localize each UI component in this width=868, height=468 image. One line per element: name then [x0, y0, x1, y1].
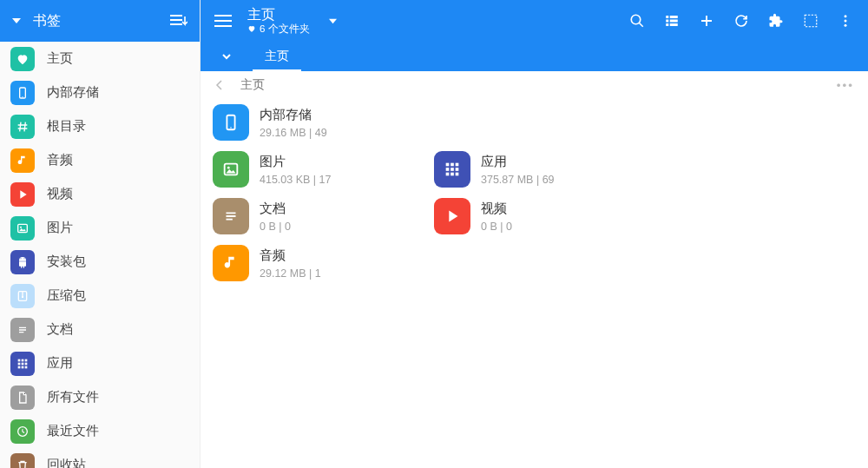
tile-name: 视频 [481, 200, 512, 217]
refresh-icon[interactable] [724, 3, 759, 38]
play-icon [434, 198, 470, 234]
svg-rect-21 [670, 20, 678, 23]
select-icon[interactable] [793, 3, 828, 38]
svg-rect-34 [446, 168, 450, 171]
sidebar-item-label: 根目录 [47, 118, 86, 135]
sidebar-item-2[interactable]: 根目录 [0, 109, 200, 143]
sidebar: 书签 主页内部存储根目录音频视频图片安装包压缩包文档应用所有文件最近文件回收站 [0, 0, 201, 468]
sidebar-item-label: 最近文件 [47, 423, 99, 439]
sidebar-item-5[interactable]: 图片 [0, 211, 200, 245]
hash-icon [10, 115, 35, 139]
tile-meta: 29.16 MB | 49 [260, 127, 327, 139]
sidebar-item-8[interactable]: 文档 [0, 313, 200, 346]
svg-rect-6 [18, 359, 21, 361]
sidebar-item-11[interactable]: 最近文件 [0, 414, 200, 448]
tile-name: 图片 [260, 153, 331, 170]
tile-3[interactable]: 视频 0 B | 0 [429, 193, 650, 240]
svg-rect-17 [666, 16, 668, 18]
sidebar-item-1[interactable]: 内部存储 [0, 76, 200, 109]
sidebar-item-label: 主页 [47, 50, 73, 67]
tile-meta: 0 B | 0 [260, 221, 291, 233]
svg-rect-32 [450, 163, 454, 167]
svg-rect-5 [22, 296, 23, 298]
tile-primary[interactable]: 内部存储 29.16 MB | 49 [207, 99, 429, 146]
tile-name: 应用 [481, 153, 555, 170]
svg-rect-1 [22, 96, 23, 97]
appbar-title-text: 主页 [247, 7, 310, 23]
svg-point-30 [227, 167, 230, 169]
sort-icon[interactable] [170, 15, 187, 27]
sidebar-item-9[interactable]: 应用 [0, 346, 200, 380]
android-icon [10, 250, 35, 274]
caret-down-icon [329, 17, 337, 25]
sidebar-item-6[interactable]: 安装包 [0, 245, 200, 279]
sidebar-item-12[interactable]: 回收站 [0, 448, 200, 468]
music-icon [213, 245, 249, 281]
sidebar-item-4[interactable]: 视频 [0, 177, 200, 211]
play-icon [10, 182, 35, 207]
svg-rect-39 [456, 173, 459, 176]
sidebar-item-10[interactable]: 所有文件 [0, 380, 200, 414]
tile-name: 文档 [260, 200, 291, 217]
view-list-icon[interactable] [654, 3, 689, 38]
svg-rect-14 [25, 366, 28, 368]
svg-rect-11 [25, 362, 28, 365]
svg-rect-31 [446, 163, 450, 167]
svg-rect-23 [805, 15, 817, 27]
hamburger-icon[interactable] [211, 15, 235, 27]
sidebar-item-label: 视频 [47, 186, 73, 202]
content: 内部存储 29.16 MB | 49 图片 415.03 KB | 17 应用 … [201, 99, 868, 468]
svg-rect-13 [22, 366, 24, 368]
sidebar-item-label: 应用 [47, 355, 73, 372]
file-icon [10, 386, 35, 410]
sidebar-item-0[interactable]: 主页 [0, 42, 200, 76]
appbar-subtitle: 6 个文件夹 [247, 23, 310, 35]
tile-2[interactable]: 文档 0 B | 0 [207, 193, 429, 240]
svg-point-3 [20, 226, 22, 227]
tile-meta: 29.12 MB | 1 [260, 267, 321, 280]
appbar: 主页 6 个文件夹 [201, 0, 868, 42]
sidebar-item-label: 音频 [47, 152, 73, 168]
content-grid: 图片 415.03 KB | 17 应用 375.87 MB | 69 文档 0… [207, 146, 861, 287]
main: 主页 6 个文件夹 主页 [201, 0, 868, 468]
tab-home[interactable]: 主页 [244, 42, 310, 71]
breadcrumb-path[interactable]: 主页 [240, 77, 265, 93]
sidebar-title: 书签 [33, 12, 170, 30]
breadcrumb-back-icon[interactable] [214, 80, 225, 90]
sidebar-header[interactable]: 书签 [0, 0, 200, 42]
apps-icon [434, 151, 470, 188]
add-icon[interactable] [689, 3, 724, 38]
svg-rect-22 [670, 23, 678, 26]
doc-icon [213, 198, 249, 234]
tile-meta: 415.03 KB | 17 [260, 174, 331, 186]
svg-point-25 [845, 20, 847, 23]
svg-rect-10 [22, 362, 24, 365]
overflow-menu-icon[interactable] [828, 3, 863, 38]
extension-icon[interactable] [759, 3, 793, 38]
caret-down-icon [12, 16, 21, 25]
phone-icon [213, 104, 249, 141]
svg-point-16 [631, 15, 641, 24]
svg-rect-12 [18, 366, 21, 368]
appbar-title[interactable]: 主页 6 个文件夹 [247, 7, 620, 35]
trash-icon [10, 453, 35, 469]
svg-rect-20 [670, 16, 678, 18]
tile-0[interactable]: 图片 415.03 KB | 17 [207, 146, 429, 193]
sidebar-item-label: 所有文件 [47, 389, 99, 405]
sidebar-item-label: 回收站 [47, 457, 86, 468]
sidebar-item-label: 内部存储 [47, 84, 99, 101]
breadcrumb-menu-icon[interactable]: ••• [837, 79, 854, 92]
search-icon[interactable] [620, 3, 654, 38]
tile-1[interactable]: 应用 375.87 MB | 69 [429, 146, 650, 193]
svg-rect-37 [446, 173, 450, 176]
tile-meta: 0 B | 0 [481, 221, 512, 233]
sidebar-item-7[interactable]: 压缩包 [0, 279, 200, 313]
svg-rect-28 [230, 128, 232, 129]
breadcrumb: 主页 ••• [201, 71, 868, 99]
tab-collapse-icon[interactable] [209, 42, 244, 71]
phone-icon [10, 81, 35, 105]
music-icon [10, 148, 35, 173]
svg-rect-36 [456, 168, 459, 171]
sidebar-item-3[interactable]: 音频 [0, 143, 200, 177]
tile-4[interactable]: 音频 29.12 MB | 1 [207, 240, 429, 287]
